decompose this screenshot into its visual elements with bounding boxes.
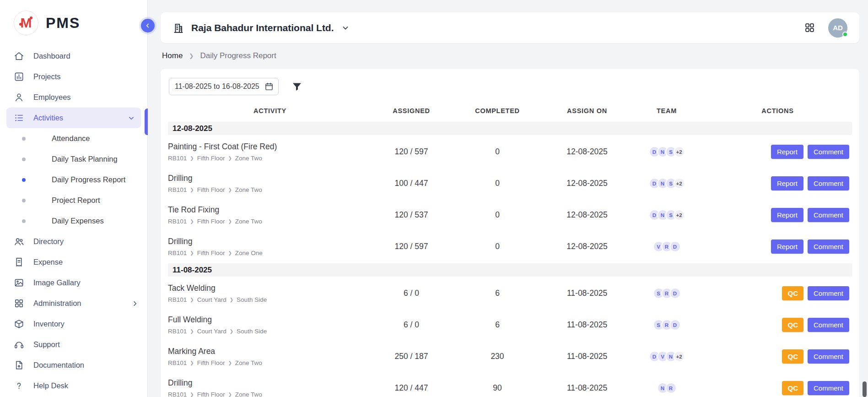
comment-button[interactable]: Comment [808,208,849,222]
filter-row: 11-08-2025 to 16-08-2025 [168,78,852,95]
sidebar-subitem-attendance[interactable]: Attendance [0,128,147,149]
assigned-value: 120 / 537 [372,210,451,220]
comment-button[interactable]: Comment [808,176,849,190]
report-button[interactable]: Report [771,145,803,159]
column-header-assign-on: ASSIGN ON [544,107,630,114]
sidebar-item-label: Image Gallary [33,278,81,287]
team-avatars: DNS+2 [630,209,703,221]
path-separator-icon: ❯ [230,329,233,334]
breadcrumb-home[interactable]: Home [162,51,183,60]
qc-button[interactable]: QC [782,381,803,395]
assign-on-value: 12-08-2025 [544,147,630,157]
row-actions: QCComment [703,381,852,395]
chevron-down-icon [127,114,135,122]
date-range-value: 11-08-2025 to 16-08-2025 [175,82,259,91]
sidebar-subitem-project-report[interactable]: Project Report [0,190,147,211]
row-actions: ReportComment [703,239,852,254]
helpdesk-icon [14,381,24,391]
sidebar-item-help-desk[interactable]: Help Desk [0,375,147,396]
bullet-icon [22,219,26,223]
filter-icon[interactable] [291,81,302,92]
comment-button[interactable]: Comment [808,381,849,395]
table-row: Tie Rod Fixing RB101❯Fifth Floor❯Zone Tw… [168,199,852,231]
path-segment: RB101 [168,296,187,303]
assign-on-value: 11-08-2025 [544,383,630,393]
activity-cell: Tack Welding RB101❯Court Yard❯South Side [168,283,372,303]
sidebar-collapse-button[interactable] [141,19,155,33]
path-segment: Fifth Floor [197,186,225,193]
assigned-value: 120 / 597 [372,147,451,157]
chevron-down-icon [341,23,350,33]
assigned-value: 120 / 597 [372,242,451,251]
activity-cell: Drilling RB101❯Fifth Floor❯Zone One [168,237,372,256]
bullet-icon [22,158,26,161]
report-button[interactable]: Report [771,176,803,190]
vertical-scrollbar-thumb[interactable] [863,381,867,397]
team-avatars: DNS+2 [630,178,703,189]
table-row: Drilling RB101❯Fifth Floor❯Zone Two 100 … [168,168,852,199]
completed-value: 6 [451,288,544,298]
sidebar-subitem-daily-expenses[interactable]: Daily Expenses [0,211,147,231]
qc-button[interactable]: QC [782,286,803,300]
comment-button[interactable]: Comment [808,349,849,364]
sidebar-item-administration[interactable]: Administration [0,293,147,314]
assigned-value: 250 / 187 [372,352,451,361]
sidebar-item-projects[interactable]: Projects [0,66,147,87]
company-selector[interactable]: Raja Bahadur International Ltd. [173,22,350,34]
table-row: Marking Area RB101❯Fifth Floor❯Zone Two … [168,341,852,372]
row-actions: ReportComment [703,145,852,159]
sidebar-item-label: Dashboard [33,52,70,60]
path-segment: RB101 [168,186,187,193]
comment-button[interactable]: Comment [808,239,849,254]
activity-title: Marking Area [168,347,372,356]
sidebar-item-activities[interactable]: Activities [6,108,141,128]
group-date-label: 12-08-2025 [173,124,212,133]
sidebar-item-support[interactable]: Support [0,334,147,355]
sidebar-item-documentation[interactable]: Documentation [0,355,147,375]
path-segment: Fifth Floor [197,218,225,225]
comment-button[interactable]: Comment [808,145,849,159]
apps-grid-icon[interactable] [804,22,815,33]
sidebar-item-expense[interactable]: Expense [0,252,147,272]
bullet-icon [22,199,26,202]
report-button[interactable]: Report [771,239,803,254]
activity-path: RB101❯Fifth Floor❯Zone Two [168,186,372,193]
bullet-icon [22,178,26,182]
top-header: Raja Bahadur International Ltd. AD [161,12,859,43]
report-button[interactable]: Report [771,208,803,222]
date-range-input[interactable]: 11-08-2025 to 16-08-2025 [169,78,279,95]
user-avatar[interactable]: AD [828,18,847,38]
qc-button[interactable]: QC [782,349,803,364]
activity-cell: Painting - First Coat (Fire Red) RB101❯F… [168,142,372,162]
sidebar-item-dashboard[interactable]: Dashboard [0,46,147,66]
sidebar-subitem-daily-task-planning[interactable]: Daily Task Planning [0,149,147,169]
sidebar-item-directory[interactable]: Directory [0,231,147,252]
completed-value: 0 [451,210,544,220]
sidebar-item-employees[interactable]: Employees [0,87,147,108]
column-header-actions: ACTIONS [703,107,852,114]
sidebar: M PMS Dashboard Projects Employees Activ… [0,0,148,397]
activity-path: RB101❯Fifth Floor❯Zone Two [168,155,372,162]
path-separator-icon: ❯ [230,297,233,302]
team-avatars: NR [630,382,703,394]
sidebar-item-image-gallary[interactable]: Image Gallary [0,272,147,293]
path-segment: Zone One [235,250,263,256]
chevron-right-icon [131,299,139,308]
gallery-icon [14,277,24,288]
content-card: 11-08-2025 to 16-08-2025 ACTIVITY ASSIGN… [161,69,859,397]
team-member-badge: D [669,288,681,299]
qc-button[interactable]: QC [782,318,803,332]
home-icon [14,51,24,61]
path-separator-icon: ❯ [190,392,194,397]
comment-button[interactable]: Comment [808,286,849,300]
path-segment: Fifth Floor [197,359,225,366]
sidebar-subitem-daily-progress-report[interactable]: Daily Progress Report [0,169,147,190]
path-separator-icon: ❯ [228,360,232,365]
activity-title: Drilling [168,237,372,246]
sidebar-subitem-label: Project Report [52,196,100,205]
comment-button[interactable]: Comment [808,318,849,332]
administration-icon [14,298,24,309]
breadcrumb: Home ❯ Daily Progress Report [148,43,868,69]
sidebar-item-inventory[interactable]: Inventory [0,314,147,334]
team-member-badge: D [669,241,681,252]
